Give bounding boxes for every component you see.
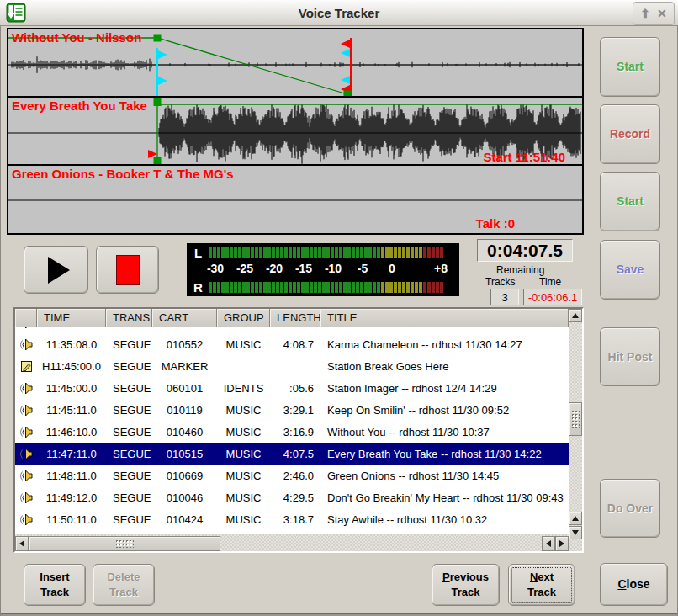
vertical-scroll-thumb[interactable] (569, 402, 582, 436)
column-header-icon[interactable] (15, 309, 37, 327)
cell-time: 11:49:12.0 (37, 486, 106, 508)
meter-segment (415, 247, 418, 258)
column-header-LENGTH[interactable]: LENGTH (270, 309, 320, 327)
cell-length: 3:16.9 (270, 421, 320, 443)
titlebar: Voice Tracker ⬆ ✕ (0, 0, 678, 26)
remaining-time-label: Time (539, 276, 561, 288)
log-row-1[interactable]: 11:35:08.0SEGUE010552MUSIC4:08.7Karma Ch… (15, 333, 569, 355)
column-header-CART[interactable]: CART (152, 309, 217, 327)
log-row-9[interactable]: 11:50:11.0SEGUE010424MUSIC3:18.7Stay Awh… (15, 508, 569, 530)
meter-segment (284, 282, 288, 293)
meter-segment (385, 282, 389, 293)
meter-segment (364, 247, 368, 258)
meter-segment (301, 247, 305, 258)
meter-segment (209, 282, 212, 293)
scroll-left-button-2[interactable] (542, 536, 555, 551)
start-track3-button[interactable]: Start (600, 172, 660, 231)
log-row-0[interactable] (15, 327, 569, 333)
log-row-6[interactable]: 11:47:11.0SEGUE010515MUSIC4:07.5Every Br… (15, 443, 569, 465)
log-row-4[interactable]: 11:45:11.0SEGUE010119MUSIC3:29.1Keep On … (15, 399, 569, 421)
column-header-GROUP[interactable]: GROUP (217, 309, 270, 327)
stop-button[interactable] (96, 246, 159, 294)
end-marker-handle (341, 40, 350, 48)
cell-title: Keep On Smilin' -- rdhost 11/30 09:52 (320, 399, 569, 421)
meter-segment (389, 282, 393, 293)
cell-time: 11:47:11.0 (37, 443, 106, 465)
meter-segment (314, 247, 317, 258)
meter-segment (230, 247, 233, 258)
meter-segment (234, 282, 237, 293)
voice-tracker-window: Voice Tracker ⬆ ✕ Without You - Nilsson … (0, 0, 678, 616)
cell-length: 4:29.5 (270, 486, 320, 508)
meter-segment (339, 282, 342, 293)
column-header-TIME[interactable]: TIME (37, 309, 106, 327)
meter-segment (305, 282, 309, 293)
meter-segment (310, 247, 313, 258)
scroll-down-button[interactable] (569, 526, 582, 539)
meter-segment (440, 247, 443, 258)
log-row-8[interactable]: 11:49:12.0SEGUE010046MUSIC4:29.5Don't Go… (15, 486, 569, 508)
hit-post-button[interactable]: Hit Post (600, 327, 660, 386)
cell-title: Stay Awhile -- rdhost 11/30 10:32 (320, 508, 569, 530)
do-over-button[interactable]: Do Over (600, 479, 660, 538)
close-window-icon[interactable]: ✕ (657, 8, 667, 19)
column-header-TITLE[interactable]: TITLE (320, 309, 569, 327)
cell-title: Station Break Goes Here (320, 355, 569, 377)
meter-right-bar (209, 282, 446, 293)
track-panel-3[interactable]: Green Onions - Booker T & The MG's Talk … (8, 166, 582, 233)
meter-segment (415, 282, 418, 293)
app-icon (6, 3, 26, 23)
save-button[interactable]: Save (600, 240, 660, 300)
meter-segment (419, 282, 422, 293)
meter-segment (213, 282, 216, 293)
insert-track-button[interactable]: InsertTrack (24, 564, 86, 606)
column-header-TRANS[interactable]: TRANS (106, 309, 152, 327)
meter-segment (251, 247, 254, 258)
remaining-tracks-value: 3 (501, 291, 507, 304)
log-rows-viewport: 11:35:08.0SEGUE010552MUSIC4:08.7Karma Ch… (15, 327, 569, 534)
meter-segment (352, 247, 355, 258)
cell-time: 11:50:11.0 (37, 508, 106, 530)
scroll-up-button[interactable] (569, 309, 582, 322)
meter-segment (347, 282, 351, 293)
scroll-up-button-2[interactable] (569, 512, 582, 525)
log-row-3[interactable]: 11:45:00.0SEGUE060101IDENTS:05.6Station … (15, 377, 569, 399)
cell-length: 4:08.7 (270, 333, 320, 355)
log-row-2[interactable]: H11:45:00.0SEGUEMARKERStation Break Goes… (15, 355, 569, 377)
meter-segment (284, 247, 288, 258)
meter-segment (251, 282, 254, 293)
scroll-right-button[interactable] (555, 536, 569, 551)
track-panel-2[interactable]: Every Breath You Take Start 11:51:40 (8, 98, 582, 164)
segue-marker-handle (158, 50, 167, 59)
play-button[interactable] (24, 246, 88, 294)
meter-segment (331, 247, 334, 258)
scroll-left-button[interactable] (15, 536, 29, 551)
meter-right-label: R (193, 280, 203, 295)
meter-segment (377, 282, 380, 293)
horizontal-scroll-thumb[interactable] (29, 536, 220, 551)
track-panel-1[interactable]: Without You - Nilsson (8, 29, 582, 96)
meter-segment (225, 247, 229, 258)
delete-track-button[interactable]: DeleteTrack (93, 564, 155, 606)
record-button[interactable]: Record (600, 104, 660, 164)
meter-segment (267, 247, 271, 258)
meter-segment (297, 282, 300, 293)
meter-segment (238, 247, 241, 258)
meter-segment (440, 282, 443, 293)
meter-segment (305, 247, 309, 258)
next-track-button[interactable]: NextTrack (508, 564, 575, 606)
thumb-grip (115, 539, 134, 548)
cell-cart: 010046 (152, 486, 217, 508)
start-track1-button[interactable]: Start (600, 37, 660, 97)
cell-group: MUSIC (217, 508, 270, 530)
previous-track-button[interactable]: PreviousTrack (432, 564, 500, 606)
meter-segment (368, 282, 372, 293)
shade-window-icon[interactable]: ⬆ (640, 8, 650, 19)
log-row-5[interactable]: 11:46:10.0SEGUE010460MUSIC3:16.9Without … (15, 421, 569, 443)
close-button[interactable]: Close (600, 563, 668, 606)
meter-segment (402, 282, 405, 293)
log-row-7[interactable]: 11:48:11.0SEGUE010669MUSIC2:46.0Green On… (15, 465, 569, 486)
meter-segment (427, 247, 431, 258)
meter-segment (398, 282, 401, 293)
titlebar-buttons: ⬆ ✕ (633, 2, 675, 25)
